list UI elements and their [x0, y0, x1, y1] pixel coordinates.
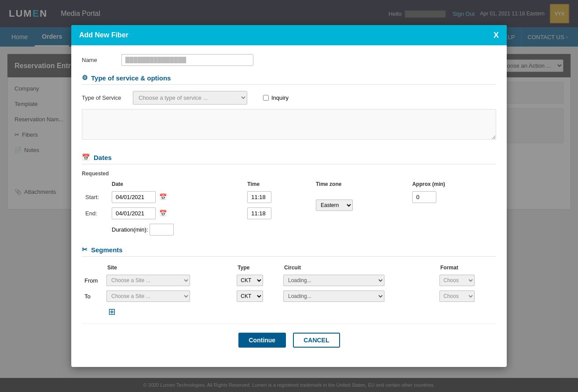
modal-title: Add New Fiber [79, 31, 128, 39]
end-time-cell [244, 205, 312, 221]
timezone-select[interactable]: Eastern Central Mountain Pacific UTC [316, 200, 353, 211]
from-type-select[interactable]: CKT OTHER [237, 275, 263, 286]
from-circuit-select[interactable]: Loading... [283, 275, 384, 286]
to-site-select[interactable]: Choose a Site ... [106, 290, 190, 302]
modal-close-button[interactable]: X [494, 31, 499, 39]
name-row: Name [82, 54, 496, 66]
cancel-button[interactable]: CANCEL [293, 333, 340, 348]
modal-body: Name ⚙ Type of service & options Type of… [71, 45, 507, 367]
inquiry-label: Inquiry [271, 94, 289, 101]
col-format-header: Format [437, 263, 496, 272]
segments-icon: ✂ [82, 246, 88, 254]
duration-cell: Duration(min): [108, 221, 312, 238]
type-of-service-row: Type of Service Choose a type of service… [82, 91, 496, 105]
continue-button[interactable]: Continue [238, 333, 286, 348]
start-date-input[interactable] [112, 191, 156, 203]
col-time-header: Time [244, 179, 312, 189]
add-new-fiber-modal: Add New Fiber X Name ⚙ Type of service &… [71, 25, 507, 367]
end-approx-cell [409, 205, 496, 221]
segments-table: Site Type Circuit Format From Choose a S… [82, 263, 496, 319]
to-circuit-select[interactable]: Loading... [283, 290, 384, 302]
from-row: From Choose a Site ... CKT OTHER [82, 272, 496, 288]
to-type-cell: CKT OTHER [234, 288, 281, 304]
approx-input[interactable] [412, 191, 436, 203]
add-segment-row-button[interactable]: ⊞ [106, 305, 117, 318]
modal-header: Add New Fiber X [71, 25, 507, 45]
inquiry-checkbox[interactable] [263, 95, 269, 101]
to-type-select[interactable]: CKT OTHER [237, 290, 263, 302]
modal-footer: Continue CANCEL [82, 323, 496, 358]
inquiry-row: Inquiry [263, 94, 289, 101]
requested-label: Requested [82, 171, 496, 177]
type-of-service-textarea[interactable] [82, 109, 496, 140]
start-calendar-icon[interactable]: 📅 [159, 193, 167, 200]
start-label: Start: [82, 189, 108, 205]
from-site-select[interactable]: Choose a Site ... [106, 275, 190, 286]
add-row-tr: ⊞ [82, 304, 496, 319]
type-of-service-section-header: ⚙ Type of service & options [82, 74, 496, 85]
col-timezone-header: Time zone [312, 179, 409, 189]
start-row: Start: 📅 Eastern Cent [82, 189, 496, 205]
start-time-input[interactable] [247, 191, 271, 203]
end-row: End: 📅 [82, 205, 496, 221]
approx-cell [409, 189, 496, 205]
calendar-icon: 📅 [82, 153, 90, 161]
duration-label: Duration(min): [112, 226, 148, 233]
start-date-cell: 📅 [108, 189, 244, 205]
from-circuit-cell: Loading... [281, 272, 437, 288]
from-site-cell: Choose a Site ... [104, 272, 234, 288]
type-of-service-label: Type of Service [82, 94, 126, 101]
col-approx-header: Approx (min) [409, 179, 496, 189]
to-site-cell: Choose a Site ... [104, 288, 234, 304]
modal-overlay: Add New Fiber X Name ⚙ Type of service &… [0, 0, 578, 392]
page-background: Reservation Entry Group Actions Choose a… [0, 47, 578, 378]
end-date-cell: 📅 [108, 205, 244, 221]
end-calendar-icon[interactable]: 📅 [159, 210, 167, 217]
settings-icon: ⚙ [82, 74, 88, 82]
dates-section-header: 📅 Dates [82, 153, 496, 164]
from-format-cell: Choos [437, 272, 496, 288]
from-label: From [82, 272, 104, 288]
duration-row: Duration(min): [82, 221, 496, 238]
segments-section-header: ✂ Segments [82, 246, 496, 257]
from-format-select[interactable]: Choos [439, 275, 475, 286]
end-time-input[interactable] [247, 207, 271, 219]
from-type-cell: CKT OTHER [234, 272, 281, 288]
start-time-cell [244, 189, 312, 205]
duration-input[interactable] [150, 224, 174, 236]
col-date-header: Date [108, 179, 244, 189]
col-site-header: Site [104, 263, 234, 272]
col-circuit-header: Circuit [281, 263, 437, 272]
to-format-select[interactable]: Choos [439, 290, 475, 302]
to-circuit-cell: Loading... [281, 288, 437, 304]
to-label: To [82, 288, 104, 304]
type-of-service-select[interactable]: Choose a type of service ... [133, 91, 247, 105]
timezone-cell: Eastern Central Mountain Pacific UTC [312, 189, 409, 221]
name-label: Name [82, 57, 117, 63]
dates-table: Date Time Time zone Approx (min) Start: … [82, 179, 496, 238]
to-format-cell: Choos [437, 288, 496, 304]
to-row: To Choose a Site ... CKT OTHER [82, 288, 496, 304]
name-input[interactable] [121, 54, 253, 66]
end-date-input[interactable] [112, 207, 156, 219]
end-label: End: [82, 205, 108, 221]
col-type-header: Type [234, 263, 281, 272]
